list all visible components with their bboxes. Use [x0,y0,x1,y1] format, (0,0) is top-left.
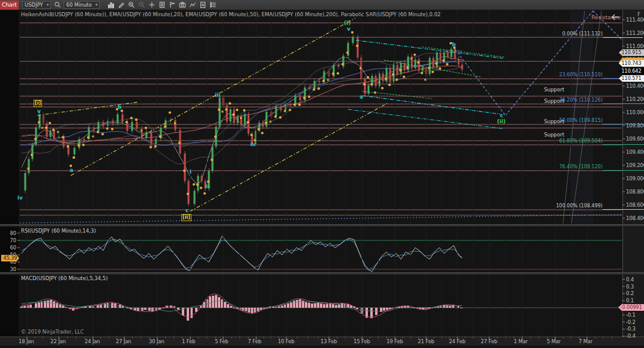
chart-window: Chart USDJPY ▾ 60 Minute ▾ HeikenAshi8(U… [0,0,644,348]
indicators-icon[interactable] [208,1,217,9]
snapshot-icon[interactable] [178,1,187,9]
alerts-icon[interactable] [167,1,176,9]
instrument-value: USDJPY [25,2,43,8]
search-icon[interactable] [53,1,62,9]
zoom-in-icon[interactable] [127,1,136,9]
toolbar-icons [106,1,218,9]
panel-divider[interactable] [0,272,644,275]
toolbar: Chart USDJPY ▾ 60 Minute ▾ [0,0,644,10]
data-box-icon[interactable] [157,1,166,9]
interval-select[interactable]: 60 Minute ▾ [64,1,100,9]
chart-tab[interactable]: Chart [0,1,19,10]
chevron-down-icon: ▾ [95,2,98,7]
chevron-down-icon: ▾ [47,2,49,7]
instrument-select[interactable]: USDJPY ▾ [22,1,51,9]
drawing-tools-icon[interactable] [116,1,125,9]
crosshair-icon[interactable] [147,1,156,9]
chart-trader-icon[interactable] [188,1,197,9]
chart-style-icon[interactable] [106,1,115,9]
interval-value: 60 Minute [66,2,92,8]
panel-divider[interactable] [0,224,644,227]
zoom-out-icon[interactable] [137,1,146,9]
properties-icon[interactable] [198,1,207,9]
